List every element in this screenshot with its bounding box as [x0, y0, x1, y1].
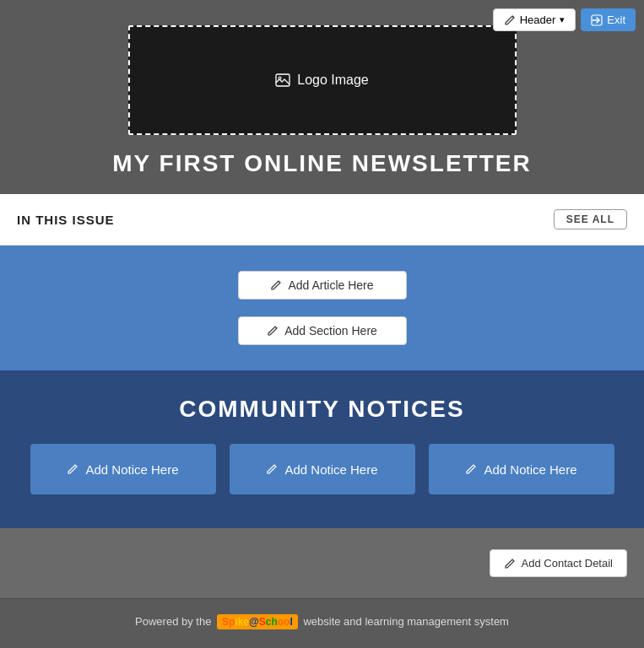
- exit-button[interactable]: Exit: [581, 8, 636, 31]
- header-btn-label: Header: [520, 14, 556, 26]
- notice-button-1[interactable]: Add Notice Here: [30, 444, 216, 494]
- notice-label-1: Add Notice Here: [85, 462, 178, 477]
- footer-suffix: website and learning management system: [303, 615, 509, 628]
- in-this-issue-bar: IN THIS ISSUE SEE ALL: [0, 194, 644, 246]
- footer-powered-by: Powered by the: [135, 615, 211, 628]
- exit-icon: [591, 14, 603, 26]
- logo-box[interactable]: Logo Image: [128, 25, 517, 135]
- image-icon: [275, 73, 290, 87]
- top-bar: Header ▾ Exit: [493, 8, 636, 31]
- footer-section: Powered by the Spike@School website and …: [0, 598, 644, 645]
- exit-btn-label: Exit: [607, 14, 625, 26]
- edit-section-icon: [267, 325, 279, 337]
- newsletter-title: MY FIRST ONLINE NEWSLETTER: [112, 150, 531, 177]
- header-button[interactable]: Header ▾: [493, 8, 576, 31]
- edit-notice-icon-2: [266, 463, 278, 475]
- add-article-label: Add Article Here: [288, 278, 373, 292]
- edit-icon: [504, 14, 516, 26]
- community-title: COMMUNITY NOTICES: [17, 396, 627, 423]
- contact-section: Add Contact Detail: [0, 528, 644, 598]
- logo-placeholder: Logo Image: [275, 73, 369, 88]
- community-section: COMMUNITY NOTICES Add Notice Here Add No…: [0, 370, 644, 528]
- edit-article-icon: [270, 279, 282, 291]
- see-all-button[interactable]: SEE ALL: [554, 209, 627, 230]
- chevron-down-icon: ▾: [560, 14, 565, 25]
- notice-button-2[interactable]: Add Notice Here: [230, 444, 415, 494]
- notice-label-2: Add Notice Here: [284, 462, 377, 477]
- edit-notice-icon-3: [465, 463, 477, 475]
- add-section-label: Add Section Here: [284, 324, 377, 338]
- logo-text: Logo Image: [297, 73, 369, 88]
- notice-label-3: Add Notice Here: [484, 462, 576, 477]
- add-contact-label: Add Contact Detail: [522, 557, 613, 570]
- add-section-button[interactable]: Add Section Here: [238, 316, 407, 345]
- footer-brand-logo: Spike@School: [217, 614, 298, 629]
- add-article-button[interactable]: Add Article Here: [238, 271, 407, 300]
- edit-notice-icon-1: [67, 463, 78, 475]
- articles-section: Add Article Here Add Section Here: [0, 246, 644, 370]
- in-this-issue-label: IN THIS ISSUE: [17, 213, 115, 227]
- add-contact-button[interactable]: Add Contact Detail: [490, 549, 627, 577]
- svg-point-2: [279, 77, 281, 79]
- edit-contact-icon: [504, 558, 516, 570]
- notices-row: Add Notice Here Add Notice Here Add Noti…: [17, 444, 627, 494]
- notice-button-3[interactable]: Add Notice Here: [429, 444, 614, 494]
